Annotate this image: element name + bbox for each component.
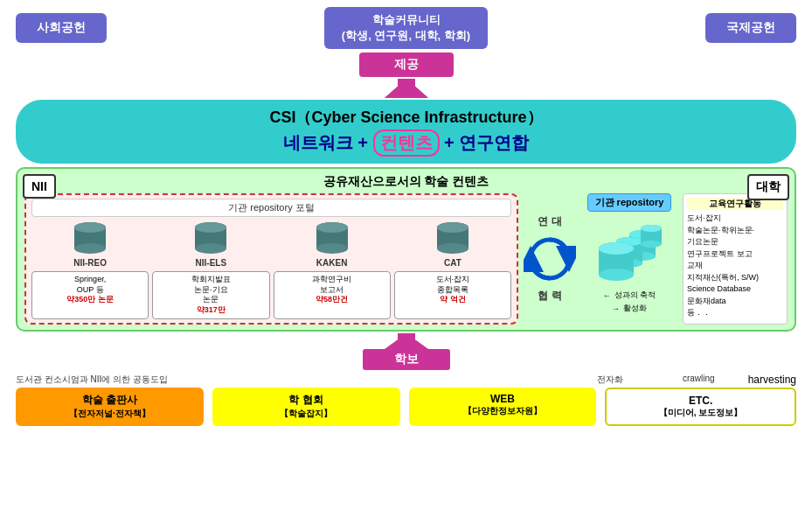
source-boxes-row: 학술 출판사 【전자저널·전자책】 학 협회 【학술잡지】 WEB 【다양한정보… — [16, 388, 796, 426]
seongwa-label: 성과의 축적 — [614, 290, 656, 301]
source-box-publisher-main: 학술 출판사 — [82, 394, 137, 406]
info-box-2: 과학연구비보고서약58만건 — [274, 271, 391, 319]
provide-label: 제공 — [359, 52, 454, 77]
svg-point-14 — [316, 222, 348, 233]
svg-point-18 — [437, 222, 468, 233]
source-box-publisher: 학술 출판사 【전자저널·전자책】 — [16, 388, 204, 426]
svg-point-33 — [641, 241, 662, 248]
edu-list: 도서·잡지 학술논문·학위논문· 기요논문 연구프로젝트 보고 교재 지적재산(… — [687, 213, 783, 319]
db-icon-cat: CAT — [394, 220, 511, 268]
harvesting-label: harvesting — [748, 374, 796, 386]
top-center-line2: (학생, 연구원, 대학, 학회) — [342, 29, 470, 42]
source-box-etc: ETC. 【미디어, 보도정보】 — [605, 388, 796, 426]
source-box-web: WEB 【다양한정보자원】 — [409, 388, 597, 426]
rende-label1: 연 대 — [538, 214, 561, 229]
inner-row: 기관 repository 포털 NII-REO — [24, 193, 788, 325]
kigwan-repo: 기관 repository — [581, 193, 677, 325]
info-boxes-row: Springer,OUP 등약350만 논문 학회지발표논문·기요논문약317만… — [31, 271, 511, 319]
hakbo-arrow: 학보 — [363, 333, 450, 370]
bottom-source: 도서관 컨소시엄과 NII에 의한 공동도입 전자화 crawling harv… — [16, 374, 796, 426]
edu-item-5: 지적재산(특허, S/W) — [687, 273, 759, 282]
db-icon-nii-reo: NII-REO — [31, 220, 149, 268]
source-box-web-main: WEB — [490, 393, 515, 405]
svg-point-5 — [74, 243, 106, 254]
csi-network: 네트워크 — [283, 133, 353, 152]
repo-portal-title: 기관 repository 포털 — [31, 199, 511, 217]
cylinder-cat — [434, 220, 472, 255]
provide-arrow-svg — [371, 79, 441, 98]
source-box-etc-sub: 【미디어, 보도정보】 — [615, 407, 786, 419]
db-label-cat: CAT — [394, 258, 511, 268]
university-label: 대학 — [747, 174, 789, 200]
bottom-labels-row: 도서관 컨소시엄과 NII에 의한 공동도입 전자화 crawling harv… — [16, 374, 796, 386]
db-label-kaken: KAKEN — [274, 258, 391, 268]
top-box-left: 사회공헌 — [16, 13, 107, 43]
crawling-harvesting-labels: 전자화 crawling harvesting — [597, 374, 796, 386]
source-box-association: 학 협회 【학술잡지】 — [212, 388, 400, 426]
top-row: 사회공헌 학술커뮤니티 (학생, 연구원, 대학, 학회) 국제공헌 — [7, 7, 805, 49]
denjika-label: 전자화 — [597, 374, 623, 386]
rotation-arrows-svg — [524, 233, 576, 285]
kigwan-arrows-row: ← 성과의 축적 — [603, 290, 656, 301]
provide-text: 제공 — [394, 57, 419, 71]
rende-label2: 협 력 — [538, 289, 561, 304]
nii-label: NII — [23, 174, 56, 199]
svg-point-9 — [195, 243, 226, 254]
source-box-association-main: 학 협회 — [288, 394, 323, 406]
info-box-0: Springer,OUP 등약350만 논문 — [31, 271, 149, 319]
svg-point-34 — [641, 225, 662, 232]
db-label-nii-els: NII-ELS — [152, 258, 269, 268]
edu-item-3: 연구프로젝트 보고 — [687, 249, 753, 258]
source-box-web-sub: 【다양한정보자원】 — [418, 405, 588, 417]
source-box-association-sub: 【학술잡지】 — [221, 408, 392, 420]
edu-item-8: 등．． — [687, 308, 711, 317]
csi-research: 연구연합 — [459, 133, 529, 152]
csi-contents: 컨텐츠 — [373, 129, 440, 157]
csi-subtitle: 네트워크 + 컨텐츠 + 연구연합 — [33, 129, 779, 157]
csi-plus1: + — [357, 133, 372, 152]
edu-area: 교육연구활동 도서·잡지 학술논문·학위논문· 기요논문 연구프로젝트 보고 교… — [683, 193, 788, 325]
top-box-right: 국제공헌 — [705, 13, 796, 43]
crawling-label: crawling — [683, 374, 715, 386]
top-right-label: 국제공헌 — [726, 20, 775, 34]
cylinder-kaken — [313, 220, 351, 255]
svg-point-17 — [437, 243, 468, 254]
cylinder-nii-reo — [71, 220, 109, 255]
source-box-publisher-sub: 【전자저널·전자책】 — [24, 408, 195, 420]
main-container: 사회공헌 학술커뮤니티 (학생, 연구원, 대학, 학회) 국제공헌 제공 CS… — [0, 0, 812, 510]
info-box-3: 도서·잡지종합목록약 억건 — [394, 271, 511, 319]
db-label-nii-reo: NII-REO — [31, 258, 149, 268]
svg-point-10 — [195, 222, 226, 233]
docu-label: 도서관 컨소시엄과 NII에 의한 공동도입 — [16, 374, 168, 386]
kigwan-hwalseong-row: → 활성화 — [612, 303, 647, 314]
kigwan-title: 기관 repository — [587, 193, 672, 212]
db-icon-nii-els: NII-ELS — [152, 220, 269, 268]
provide-row: 제공 — [7, 52, 805, 77]
edu-item-1: 학술논문·학위논문· — [687, 226, 754, 234]
hakbo-arrow-row: 학보 — [7, 333, 805, 370]
db-icons-row: NII-REO NII-ELS — [31, 220, 511, 268]
info-red-1: 약317만 — [197, 305, 226, 314]
csi-plus2: + — [444, 133, 459, 152]
svg-marker-2 — [385, 79, 428, 98]
svg-point-6 — [74, 222, 106, 233]
provide-arrow — [7, 79, 805, 98]
repo-portal: 기관 repository 포털 NII-REO — [24, 193, 518, 325]
info-red-3: 약 억건 — [440, 295, 466, 304]
main-green-area: NII 대학 공유재산으로서의 학술 컨텐츠 기관 repository 포털 — [16, 167, 796, 332]
edu-item-6: Science Database — [687, 284, 751, 293]
info-red-2: 약58만건 — [316, 295, 348, 304]
source-box-etc-main: ETC. — [689, 395, 712, 407]
svg-point-30 — [599, 242, 634, 255]
info-box-1: 학회지발표논문·기요논문약317만 — [152, 271, 269, 319]
cylinder-nii-els — [191, 220, 230, 255]
info-red-0: 약350만 논문 — [66, 295, 114, 304]
svg-point-29 — [599, 269, 634, 281]
edu-item-2: 기요논문 — [687, 237, 718, 246]
hakbo-text: 학보 — [394, 352, 419, 366]
svg-rect-36 — [398, 333, 415, 349]
edu-item-4: 교재 — [687, 261, 703, 269]
hakbo-label: 학보 — [363, 349, 450, 370]
kigwan-cylinders-svg — [586, 215, 673, 290]
hakbo-arrow-svg — [371, 333, 441, 349]
